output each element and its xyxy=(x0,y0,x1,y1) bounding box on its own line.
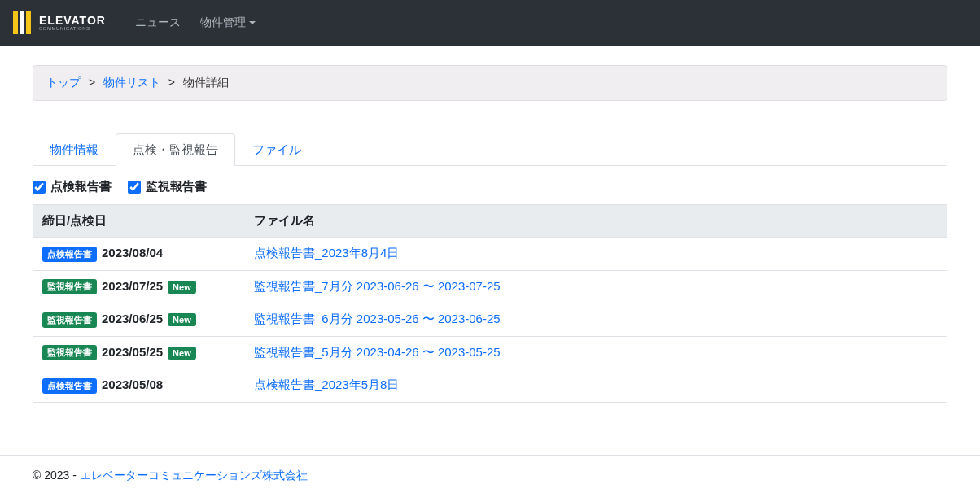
tab-inspection-report[interactable]: 点検・監視報告 xyxy=(116,133,235,166)
row-date: 2023/05/08 xyxy=(102,377,163,391)
row-date-cell: 監視報告書2023/06/25New xyxy=(33,303,244,337)
footer-copyright: © 2023 - xyxy=(33,469,80,482)
row-file-cell: 監視報告書_6月分 2023-05-26 〜 2023-06-25 xyxy=(244,303,947,337)
row-file-cell: 監視報告書_5月分 2023-04-26 〜 2023-05-25 xyxy=(244,336,947,369)
new-badge: New xyxy=(168,313,196,326)
table-header-date: 締日/点検日 xyxy=(33,205,244,238)
row-date: 2023/06/25 xyxy=(102,312,163,325)
breadcrumb-top[interactable]: トップ xyxy=(46,76,81,89)
row-date: 2023/08/04 xyxy=(102,246,163,260)
filter-inspection-label: 点検報告書 xyxy=(50,179,112,194)
row-date-cell: 点検報告書2023/05/08 xyxy=(33,369,244,403)
nav-property-management[interactable]: 物件管理 xyxy=(190,9,265,37)
file-link[interactable]: 監視報告書_7月分 2023-06-26 〜 2023-07-25 xyxy=(254,279,501,293)
filter-monitoring[interactable]: 監視報告書 xyxy=(128,179,207,194)
row-file-cell: 点検報告書_2023年8月4日 xyxy=(244,238,947,271)
new-badge: New xyxy=(168,281,196,294)
table-row: 点検報告書2023/05/08点検報告書_2023年5月8日 xyxy=(33,369,947,403)
brand-main: ELEVATOR xyxy=(39,15,106,26)
filter-inspection-checkbox[interactable] xyxy=(33,181,46,194)
filter-inspection[interactable]: 点検報告書 xyxy=(33,179,112,194)
tab-property-info[interactable]: 物件情報 xyxy=(33,133,116,166)
row-file-cell: 点検報告書_2023年5月8日 xyxy=(244,369,947,403)
footer: © 2023 - エレベーターコミュニケーションズ株式会社 xyxy=(0,455,980,493)
tab-file[interactable]: ファイル xyxy=(235,133,318,166)
table-row: 点検報告書2023/08/04点検報告書_2023年8月4日 xyxy=(33,238,947,271)
chevron-down-icon xyxy=(249,21,256,24)
breadcrumb-current: 物件詳細 xyxy=(183,76,229,89)
filter-monitoring-label: 監視報告書 xyxy=(146,179,207,194)
row-date-cell: 監視報告書2023/05/25New xyxy=(33,336,244,369)
row-date: 2023/07/25 xyxy=(102,279,163,293)
inspection-badge: 点検報告書 xyxy=(42,378,97,394)
file-link[interactable]: 監視報告書_5月分 2023-04-26 〜 2023-05-25 xyxy=(254,345,501,359)
footer-company-link[interactable]: エレベーターコミュニケーションズ株式会社 xyxy=(80,469,308,482)
row-date-cell: 監視報告書2023/07/25New xyxy=(33,270,244,303)
filter-monitoring-checkbox[interactable] xyxy=(128,181,141,194)
breadcrumb: トップ > 物件リスト > 物件詳細 xyxy=(33,65,947,101)
navbar: ELEVATOR COMMUNICATIONS ニュース 物件管理 xyxy=(0,0,980,46)
inspection-badge: 点検報告書 xyxy=(42,246,97,262)
breadcrumb-sep: > xyxy=(168,76,175,89)
breadcrumb-list[interactable]: 物件リスト xyxy=(103,76,160,89)
monitoring-badge: 監視報告書 xyxy=(42,279,97,294)
logo-icon xyxy=(13,11,33,34)
brand-logo[interactable]: ELEVATOR COMMUNICATIONS xyxy=(13,11,106,34)
file-link[interactable]: 点検報告書_2023年8月4日 xyxy=(254,246,399,260)
tabs: 物件情報 点検・監視報告 ファイル xyxy=(33,133,947,166)
file-link[interactable]: 点検報告書_2023年5月8日 xyxy=(254,377,399,391)
table-row: 監視報告書2023/05/25New監視報告書_5月分 2023-04-26 〜… xyxy=(33,336,947,369)
report-filters: 点検報告書 監視報告書 xyxy=(33,179,947,194)
monitoring-badge: 監視報告書 xyxy=(42,345,97,360)
breadcrumb-sep: > xyxy=(89,76,95,89)
report-table: 締日/点検日 ファイル名 点検報告書2023/08/04点検報告書_2023年8… xyxy=(33,204,947,403)
nav-news[interactable]: ニュース xyxy=(125,9,190,37)
file-link[interactable]: 監視報告書_6月分 2023-05-26 〜 2023-06-25 xyxy=(254,312,501,325)
row-date: 2023/05/25 xyxy=(102,345,163,359)
table-header-file: ファイル名 xyxy=(244,205,947,238)
table-row: 監視報告書2023/06/25New監視報告書_6月分 2023-05-26 〜… xyxy=(33,303,947,337)
monitoring-badge: 監視報告書 xyxy=(42,312,97,328)
row-file-cell: 監視報告書_7月分 2023-06-26 〜 2023-07-25 xyxy=(244,270,947,303)
row-date-cell: 点検報告書2023/08/04 xyxy=(33,238,244,271)
brand-sub: COMMUNICATIONS xyxy=(39,26,106,31)
new-badge: New xyxy=(168,347,196,360)
table-row: 監視報告書2023/07/25New監視報告書_7月分 2023-06-26 〜… xyxy=(33,270,947,303)
